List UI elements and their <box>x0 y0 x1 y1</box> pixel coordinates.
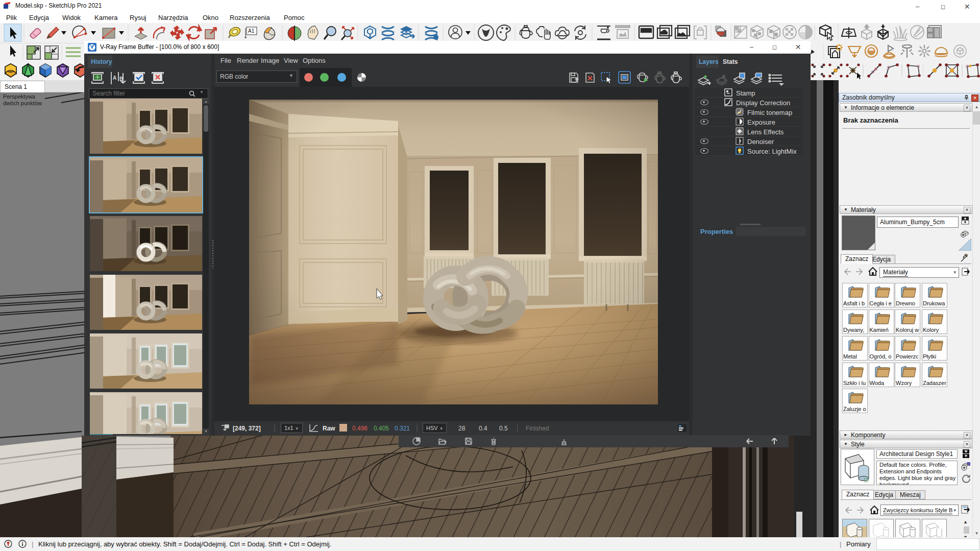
svg-text:A: A <box>113 75 116 81</box>
svg-text:A1: A1 <box>248 28 255 34</box>
svg-text:Perspektywa: Perspektywa <box>3 93 36 100</box>
svg-text:dwóch punktów: dwóch punktów <box>3 100 42 106</box>
